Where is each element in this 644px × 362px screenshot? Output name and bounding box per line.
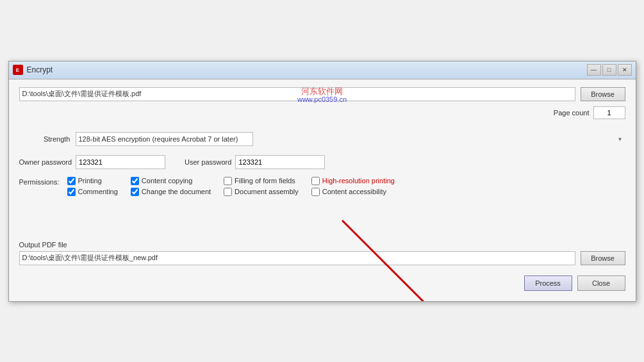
strength-select[interactable]: 40-bit RC4 encryption (Acrobat 3 and lat…: [76, 132, 253, 146]
close-button[interactable]: Close: [577, 276, 625, 291]
strength-label: Strength: [32, 135, 70, 143]
permission-label-printing: Printing: [78, 177, 102, 185]
close-window-button[interactable]: ✕: [618, 64, 632, 76]
permission-item-document_assembly: Document assembly: [224, 188, 299, 196]
permission-item-filling_forms: Filling of form fields: [224, 177, 299, 185]
user-password-label: User password: [185, 158, 231, 166]
title-bar: E Encrypt — □ ✕: [9, 62, 636, 79]
output-file-label: Output PDF file: [19, 241, 625, 249]
user-password-input[interactable]: [235, 155, 325, 169]
strength-row: Strength 40-bit RC4 encryption (Acrobat …: [19, 132, 625, 146]
input-browse-button[interactable]: Browse: [581, 87, 625, 101]
output-file-field[interactable]: [19, 251, 575, 265]
output-browse-button[interactable]: Browse: [581, 251, 625, 265]
permission-checkbox-content_copying[interactable]: [131, 177, 139, 185]
window-title: Encrypt: [27, 65, 53, 74]
permission-label-high_res_printing: High-resolution printing: [322, 177, 395, 185]
title-bar-left: E Encrypt: [13, 65, 53, 75]
permission-item-printing: Printing: [67, 177, 118, 185]
main-window: 河东软件网 www.pc0359.cn E Encrypt — □ ✕: [8, 61, 636, 302]
permission-label-change_document: Change the document: [142, 188, 211, 195]
window-content: Browse Page count Strength 40-bit RC4 en…: [9, 79, 636, 301]
permission-item-content_accessibility: Content accessibility: [311, 188, 395, 196]
page-count-row: Page count: [19, 106, 625, 119]
permission-item-change_document: Change the document: [131, 188, 211, 196]
bottom-buttons-row: Process Close: [19, 276, 625, 293]
permissions-label: Permissions:: [19, 177, 67, 196]
permission-item-content_copying: Content copying: [131, 177, 211, 185]
permission-checkbox-document_assembly[interactable]: [224, 188, 232, 196]
page-count-label: Page count: [554, 109, 590, 117]
output-file-row: Browse: [19, 251, 625, 265]
input-file-field[interactable]: [19, 87, 575, 101]
owner-password-group: Owner password: [19, 155, 166, 169]
owner-password-label: Owner password: [19, 158, 72, 166]
minimize-button[interactable]: —: [587, 64, 601, 76]
spacer: [19, 202, 625, 241]
maximize-button[interactable]: □: [602, 64, 616, 76]
user-password-group: User password: [185, 155, 325, 169]
permission-checkbox-high_res_printing[interactable]: [311, 177, 320, 185]
owner-password-input[interactable]: [76, 155, 165, 169]
strength-select-wrapper: 40-bit RC4 encryption (Acrobat 3 and lat…: [76, 132, 625, 146]
permission-item-high_res_printing: High-resolution printing: [311, 177, 395, 185]
app-icon: E: [13, 65, 23, 75]
permission-item-commenting: Commenting: [67, 188, 118, 196]
permission-label-content_copying: Content copying: [142, 177, 193, 185]
permissions-grid: PrintingContent copyingFilling of form f…: [67, 177, 395, 196]
permission-label-content_accessibility: Content accessibility: [322, 188, 386, 195]
process-button[interactable]: Process: [524, 276, 572, 291]
permission-checkbox-commenting[interactable]: [67, 188, 76, 196]
permission-label-document_assembly: Document assembly: [235, 188, 299, 195]
page-count-input[interactable]: [593, 106, 625, 119]
input-file-row: Browse: [19, 87, 625, 101]
password-row: Owner password User password: [19, 155, 625, 169]
permissions-section: Permissions: PrintingContent copyingFill…: [19, 177, 625, 196]
permission-checkbox-printing[interactable]: [67, 177, 76, 185]
permission-label-commenting: Commenting: [78, 188, 118, 195]
permission-checkbox-change_document[interactable]: [131, 188, 139, 196]
permission-checkbox-filling_forms[interactable]: [224, 177, 232, 185]
title-bar-controls: — □ ✕: [587, 64, 632, 76]
permission-checkbox-content_accessibility[interactable]: [311, 188, 320, 196]
permission-label-filling_forms: Filling of form fields: [235, 177, 295, 185]
